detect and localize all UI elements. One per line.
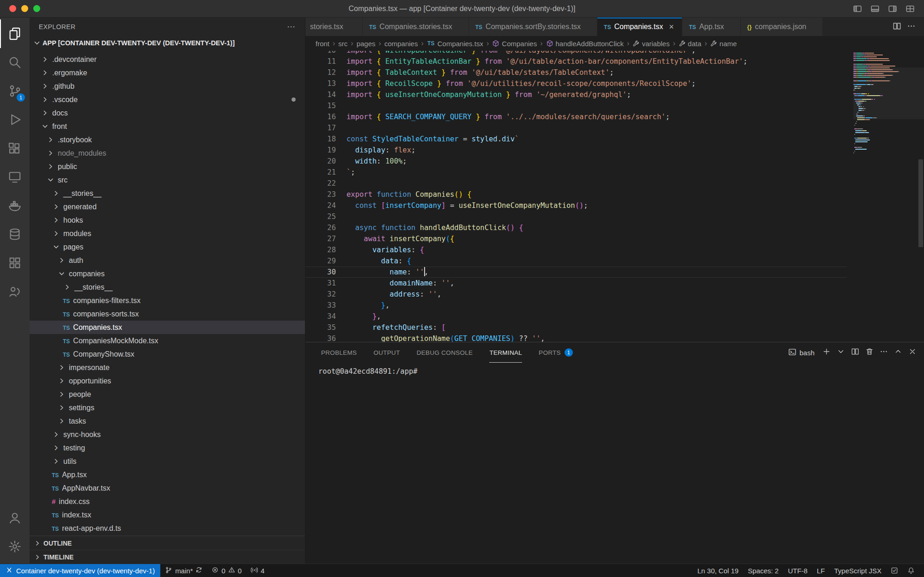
tree-item-app-tsx[interactable]: TSApp.tsx xyxy=(30,468,305,481)
code-line-36[interactable]: getOperationName(GET_COMPANIES) ?? '', xyxy=(346,333,853,342)
tree-item-tasks[interactable]: tasks xyxy=(30,414,305,428)
line-number-19[interactable]: 19 xyxy=(305,145,336,156)
tree-item-companiesmockmode-tsx[interactable]: TSCompaniesMockMode.tsx xyxy=(30,334,305,347)
code-line-31[interactable]: domainName: '', xyxy=(346,278,853,289)
prettier-icon[interactable] xyxy=(886,564,903,577)
tree-item-pages[interactable]: pages xyxy=(30,240,305,254)
line-number-24[interactable]: 24 xyxy=(305,200,336,211)
line-number-10[interactable]: 10 xyxy=(305,51,336,56)
panel-tab-debug-console[interactable]: DEBUG CONSOLE xyxy=(417,342,473,363)
kubernetes-icon[interactable] xyxy=(0,249,30,277)
line-number-22[interactable]: 22 xyxy=(305,178,336,189)
code-line-28[interactable]: variables: { xyxy=(346,244,853,255)
search-icon[interactable] xyxy=(0,48,30,77)
line-number-28[interactable]: 28 xyxy=(305,244,336,255)
code-line-12[interactable]: import { TableContext } from '@/ui/table… xyxy=(346,67,853,78)
explorer-icon[interactable] xyxy=(0,19,30,48)
tree-item-node-modules[interactable]: node_modules xyxy=(30,146,305,160)
code-line-32[interactable]: address: '', xyxy=(346,289,853,300)
panel-tab-output[interactable]: OUTPUT xyxy=(373,342,400,363)
tree-item-companies-sorts-tsx[interactable]: TScompanies-sorts.tsx xyxy=(30,307,305,321)
explorer-more-actions-icon[interactable]: ⋯ xyxy=(287,22,296,32)
toggle-secondary-sidebar-icon[interactable] xyxy=(886,2,899,15)
line-number-17[interactable]: 17 xyxy=(305,122,336,134)
tree-item-companies-tsx[interactable]: TSCompanies.tsx xyxy=(30,321,305,334)
tree-item-public[interactable]: public xyxy=(30,160,305,173)
tree-item-utils[interactable]: utils xyxy=(30,455,305,468)
language-mode-status[interactable]: TypeScript JSX xyxy=(829,564,886,577)
sidebar-section-timeline[interactable]: TIMELINE xyxy=(30,550,305,564)
code-line-10[interactable]: import { WithTopBarContainer } from '@/u… xyxy=(346,51,853,56)
line-number-14[interactable]: 14 xyxy=(305,89,336,100)
minimap[interactable] xyxy=(853,51,924,342)
code-line-24[interactable]: const [insertCompany] = useInsertOneComp… xyxy=(346,200,853,211)
docker-icon[interactable] xyxy=(0,191,30,220)
close-window-button[interactable] xyxy=(9,5,16,12)
code-line-14[interactable]: import { useInsertOneCompanyMutation } f… xyxy=(346,89,853,100)
editor-more-actions-icon[interactable] xyxy=(907,22,916,32)
breadcrumb-item-handleaddbuttonclick[interactable]: handleAddButtonClick xyxy=(546,40,624,48)
tree-item-index-css[interactable]: #index.css xyxy=(30,495,305,508)
line-number-26[interactable]: 26 xyxy=(305,222,336,233)
problems-status[interactable]: 00 xyxy=(207,564,246,577)
code-line-22[interactable] xyxy=(346,178,853,189)
code-line-26[interactable]: async function handleAddButtonClick() { xyxy=(346,222,853,233)
code-line-34[interactable]: }, xyxy=(346,311,853,322)
tree-item-companyshow-tsx[interactable]: TSCompanyShow.tsx xyxy=(30,347,305,361)
tab-stories-tsx[interactable]: stories.tsx xyxy=(305,18,363,36)
tree-item-modules[interactable]: modules xyxy=(30,227,305,240)
tree-item-opportunities[interactable]: opportunities xyxy=(30,374,305,388)
tree-item-people[interactable]: people xyxy=(30,388,305,401)
line-number-36[interactable]: 36 xyxy=(305,333,336,342)
panel-tab-problems[interactable]: PROBLEMS xyxy=(321,342,357,363)
tree-item-ergomake[interactable]: .ergomake xyxy=(30,66,305,79)
tree-item-storybook[interactable]: .storybook xyxy=(30,133,305,146)
line-number-33[interactable]: 33 xyxy=(305,300,336,311)
line-number-27[interactable]: 27 xyxy=(305,233,336,244)
tree-item-hooks[interactable]: hooks xyxy=(30,213,305,227)
shell-selector[interactable]: bash xyxy=(788,348,815,358)
tab-companies-tsx[interactable]: TSCompanies.tsx× xyxy=(597,18,682,36)
line-number-34[interactable]: 34 xyxy=(305,311,336,322)
line-number-30[interactable]: 30 xyxy=(305,267,336,278)
close-tab-icon[interactable]: × xyxy=(666,22,676,32)
code-line-27[interactable]: await insertCompany({ xyxy=(346,233,853,244)
panel-tab-terminal[interactable]: TERMINAL xyxy=(489,342,522,363)
code-editor[interactable]: 1011121314151617181920212223242526272829… xyxy=(305,51,924,342)
sync-icon[interactable] xyxy=(195,566,202,575)
line-number-18[interactable]: 18 xyxy=(305,134,336,145)
code-line-11[interactable]: import { EntityTableActionBar } from '@/… xyxy=(346,56,853,67)
code-line-16[interactable]: import { SEARCH_COMPANY_QUERY } from '..… xyxy=(346,111,853,122)
line-number-31[interactable]: 31 xyxy=(305,278,336,289)
run-debug-icon[interactable] xyxy=(0,105,30,134)
customize-layout-icon[interactable] xyxy=(904,2,917,15)
tree-item-stories[interactable]: __stories__ xyxy=(30,280,305,294)
notifications-bell-icon[interactable] xyxy=(903,564,919,577)
zoom-window-button[interactable] xyxy=(33,5,40,12)
toggle-primary-sidebar-icon[interactable] xyxy=(851,2,864,15)
maximize-panel-icon[interactable] xyxy=(894,347,902,358)
code-line-30[interactable]: name: '', xyxy=(346,267,853,278)
code-line-33[interactable]: }, xyxy=(346,300,853,311)
code-line-35[interactable]: refetchQueries: [ xyxy=(346,322,853,333)
breadcrumb-item-companies[interactable]: companies xyxy=(384,40,418,48)
database-icon[interactable] xyxy=(0,220,30,249)
breadcrumb-item-companies-tsx[interactable]: TSCompanies.tsx xyxy=(427,40,483,48)
tree-item-front[interactable]: front xyxy=(30,120,305,133)
code-line-13[interactable]: import { RecoilScope } from '@/ui/utilit… xyxy=(346,78,853,89)
tree-item-sync-hooks[interactable]: sync-hooks xyxy=(30,428,305,441)
terminal-more-actions-icon[interactable] xyxy=(880,347,888,358)
line-number-13[interactable]: 13 xyxy=(305,78,336,89)
git-branch-status[interactable]: main* xyxy=(160,564,207,577)
close-panel-icon[interactable] xyxy=(908,347,917,358)
tree-item-auth[interactable]: auth xyxy=(30,254,305,267)
tree-item-vscode[interactable]: .vscode xyxy=(30,93,305,106)
workspace-section-header[interactable]: APP [CONTAINER DEV-TWENTY-DEV (DEV-TWENT… xyxy=(30,36,305,50)
eol-status[interactable]: LF xyxy=(812,564,830,577)
tree-item-impersonate[interactable]: impersonate xyxy=(30,361,305,374)
line-number-20[interactable]: 20 xyxy=(305,156,336,167)
code-line-20[interactable]: width: 100%; xyxy=(346,156,853,167)
line-number-32[interactable]: 32 xyxy=(305,289,336,300)
toggle-panel-icon[interactable] xyxy=(869,2,881,15)
tab-companies-sortby-stories-tsx[interactable]: TSCompanies.sortBy.stories.tsx xyxy=(469,18,597,36)
